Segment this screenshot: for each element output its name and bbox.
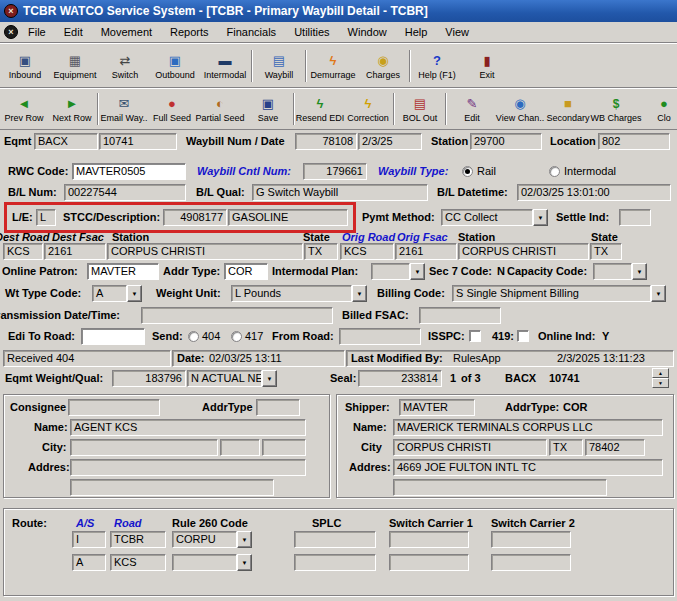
toolbar-correction-button[interactable]: ϟCorrection [344, 89, 392, 129]
toolbar-demurrage-button[interactable]: ϟDemurrage [308, 44, 358, 87]
shipper-city-field: CORPUS CHRISTI [393, 439, 547, 456]
route-sw2-field-1 [491, 531, 571, 548]
toolbar-bol-out-button[interactable]: ▤BOL Out [396, 89, 444, 129]
toolbar-next-row-button[interactable]: ►Next Row [48, 89, 96, 129]
weight-unit-combo[interactable]: L Pounds ▼ [231, 285, 367, 302]
r419-checkbox[interactable] [517, 330, 529, 342]
menu-window[interactable]: Window [340, 24, 395, 40]
partial-seed-icon: ◐ [216, 95, 224, 112]
toolbar-switch-button[interactable]: ⇄Switch [100, 44, 150, 87]
consignee-title: Consignee [10, 401, 66, 413]
eqmt-weight-qual-label: Eqmt Weight/Qual: [5, 372, 103, 384]
help-icon: ? [433, 52, 441, 69]
view-changes-icon: ◉ [514, 95, 525, 112]
bl-datetime-field: 02/03/25 13:01:00 [517, 184, 671, 201]
toolbar-exit-button[interactable]: ▮Exit [462, 44, 512, 87]
toolbar-edit-button[interactable]: ✎Edit [448, 89, 496, 129]
chevron-down-icon[interactable]: ▼ [127, 285, 142, 302]
waybill-type-intermodal-radio[interactable] [549, 166, 560, 177]
app-icon[interactable]: × [4, 4, 18, 18]
chevron-down-icon[interactable]: ▼ [651, 285, 666, 302]
waybill-type-label: Waybill Type: [378, 165, 448, 177]
menu-view[interactable]: View [437, 24, 477, 40]
waybill-type-rail-radio[interactable] [462, 166, 473, 177]
toolbar-help-button[interactable]: ?Help (F1) [412, 44, 462, 87]
sec7-code-value: N [497, 265, 505, 277]
chevron-down-icon[interactable]: ▼ [237, 531, 252, 548]
route-rule260-combo-2[interactable]: ▼ [172, 554, 252, 571]
toolbar-prev-row-button[interactable]: ◄Prev Row [0, 89, 48, 129]
toolbar-resend-edi-button[interactable]: ϟResend EDI [296, 89, 344, 129]
toolbar-close-button[interactable]: ●Clo [640, 89, 677, 129]
le-label: L/E: [12, 211, 33, 223]
toolbar-wb-charges-button[interactable]: $WB Charges [592, 89, 640, 129]
dest-road-field: KCS [3, 243, 43, 260]
seal-eqmt-initial: BACX [505, 372, 536, 384]
route-sw2-label: Switch Carrier 2 [491, 517, 575, 529]
seal-spinner-up[interactable]: ▲ [652, 368, 669, 378]
shipper-code-field: MAVTER [399, 399, 475, 416]
route-sw1-label: Switch Carrier 1 [389, 517, 473, 529]
toolbar-equipment-button[interactable]: ▦Equipment [50, 44, 100, 87]
orig-state-label: State [591, 231, 618, 243]
menu-edit[interactable]: Edit [56, 24, 91, 40]
online-ind-value: Y [602, 330, 609, 342]
toolbar-view-changes-button[interactable]: ◉View Chan.. [496, 89, 544, 129]
chevron-down-icon[interactable]: ▼ [352, 285, 367, 302]
toolbar-save-button[interactable]: ▣Save [244, 89, 292, 129]
toolbar-waybill-button[interactable]: ▤Waybill [254, 44, 304, 87]
shipper-name-label: Name: [353, 421, 387, 433]
chevron-down-icon[interactable]: ▼ [632, 263, 647, 280]
billing-code-combo[interactable]: S Single Shipment Billing ▼ [452, 285, 666, 302]
capacity-code-combo[interactable]: ▼ [593, 263, 647, 280]
online-patron-input[interactable]: MAVTER [87, 263, 159, 280]
menu-financials[interactable]: Financials [219, 24, 285, 40]
edi-to-road-input[interactable] [81, 328, 145, 345]
send-404-radio[interactable] [188, 331, 199, 342]
dest-station-label: Station [112, 231, 149, 243]
shipper-address2-field [393, 479, 607, 496]
consignee-addr-type-label: AddrType [202, 401, 253, 413]
route-sw1-field-1 [389, 531, 469, 548]
orig-road-field: KCS [340, 243, 394, 260]
toolbar-email-waybill-button[interactable]: ✉Email Way.. [100, 89, 148, 129]
menu-utilities[interactable]: Utilities [286, 24, 337, 40]
toolbar-secondary-button[interactable]: ■Secondary [544, 89, 592, 129]
menu-help[interactable]: Help [397, 24, 436, 40]
toolbar-inbound-button[interactable]: ▣Inbound [0, 44, 50, 87]
menu-movement[interactable]: Movement [93, 24, 160, 40]
shipper-addr-type-value: COR [563, 401, 587, 413]
waybill-icon: ▤ [273, 52, 285, 69]
isspc-checkbox[interactable] [469, 330, 481, 342]
toolbar-full-seed-button[interactable]: ●Full Seed [148, 89, 196, 129]
transmission-datetime-label: Transmission Date/Time: [0, 309, 120, 321]
menu-reports[interactable]: Reports [162, 24, 217, 40]
chevron-down-icon[interactable]: ▼ [533, 209, 548, 226]
weight-qual-combo[interactable]: N ACTUAL NET ▼ [187, 370, 277, 387]
toolbar-partial-seed-button[interactable]: ◐Partial Seed [196, 89, 244, 129]
intermodal-plan-combo[interactable]: ▼ [371, 263, 425, 280]
menu-file[interactable]: File [20, 24, 54, 40]
wt-type-code-combo[interactable]: A ▼ [92, 285, 142, 302]
form-menu-icon[interactable]: × [4, 25, 18, 39]
toolbar-charges-button[interactable]: ◉Charges [358, 44, 408, 87]
chevron-down-icon[interactable]: ▼ [262, 370, 277, 387]
seal-spinner-down[interactable]: ▼ [652, 378, 669, 388]
titlebar[interactable]: × TCBR WATCO Service System - [TCBR - Pr… [0, 0, 677, 22]
consignee-name-field: AGENT KCS [70, 419, 306, 436]
toolbar-intermodal-button[interactable]: ▬Intermodal [200, 44, 250, 87]
transmission-datetime-field [141, 307, 333, 324]
location-label: Location [550, 135, 596, 147]
chevron-down-icon[interactable]: ▼ [410, 263, 425, 280]
route-rule260-label: Rule 260 Code [172, 517, 248, 529]
toolbar-outbound-button[interactable]: ▣Outbound [150, 44, 200, 87]
received-404-field: Received 404 [3, 350, 171, 367]
send-417-radio[interactable] [231, 331, 242, 342]
pymt-method-combo[interactable]: CC Collect ▼ [441, 209, 548, 226]
rwc-code-input[interactable]: MAVTER0505 [72, 163, 186, 180]
equipment-icon: ▦ [69, 52, 81, 69]
orig-fsac-field: 2161 [395, 243, 457, 260]
chevron-down-icon[interactable]: ▼ [237, 554, 252, 571]
route-rule260-combo-1[interactable]: CORPU ▼ [172, 531, 252, 548]
addr-type-input[interactable]: COR [224, 263, 268, 280]
